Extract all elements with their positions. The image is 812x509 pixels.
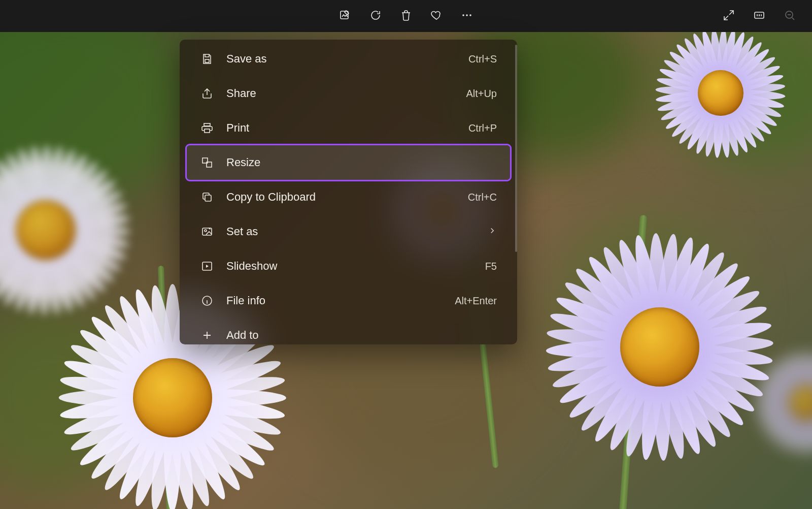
edit-image-icon bbox=[339, 9, 351, 23]
set-as-icon bbox=[200, 225, 214, 239]
menu-item-label: Save as bbox=[226, 52, 267, 66]
menu-item-save-as[interactable]: Save as Ctrl+S bbox=[187, 42, 510, 76]
slideshow-icon bbox=[200, 259, 214, 273]
heart-icon bbox=[430, 9, 443, 23]
more-button[interactable] bbox=[459, 8, 475, 24]
menu-item-set-as[interactable]: Set as bbox=[187, 214, 510, 249]
menu-item-label: Slideshow bbox=[226, 260, 277, 273]
edit-image-button[interactable] bbox=[337, 8, 353, 24]
menu-item-share[interactable]: Share Alt+Up bbox=[187, 76, 510, 111]
rotate-icon bbox=[369, 9, 382, 23]
menu-item-print[interactable]: Print Ctrl+P bbox=[187, 111, 510, 145]
menu-item-file-info[interactable]: File info Alt+Enter bbox=[187, 283, 510, 318]
menu-item-shortcut: Alt+Up bbox=[466, 88, 497, 100]
save-icon bbox=[200, 52, 214, 66]
actual-size-button[interactable] bbox=[751, 8, 767, 24]
menu-item-label: Add to bbox=[226, 329, 259, 342]
menu-item-label: Print bbox=[226, 121, 249, 135]
menu-item-slideshow[interactable]: Slideshow F5 bbox=[187, 249, 510, 283]
menu-item-shortcut: Alt+Enter bbox=[455, 295, 497, 307]
resize-icon bbox=[200, 155, 214, 170]
menu-item-resize[interactable]: Resize bbox=[187, 145, 510, 180]
svg-rect-8 bbox=[205, 129, 210, 133]
menu-item-label: File info bbox=[226, 294, 265, 307]
print-icon bbox=[200, 121, 214, 135]
svg-point-1 bbox=[462, 14, 464, 16]
svg-rect-11 bbox=[205, 195, 211, 201]
toolbar bbox=[0, 0, 812, 32]
trash-icon bbox=[400, 9, 412, 23]
svg-point-13 bbox=[205, 230, 207, 232]
more-icon bbox=[461, 9, 473, 23]
info-icon bbox=[200, 294, 214, 308]
plus-icon bbox=[200, 328, 214, 342]
menu-item-shortcut: Ctrl+C bbox=[468, 192, 497, 203]
fullscreen-icon bbox=[723, 9, 735, 23]
rotate-button[interactable] bbox=[367, 8, 384, 24]
menu-item-shortcut: F5 bbox=[485, 261, 497, 272]
menu-item-label: Resize bbox=[226, 156, 260, 169]
chevron-right-icon bbox=[488, 226, 497, 238]
menu-item-label: Set as bbox=[226, 225, 258, 238]
toolbar-right bbox=[721, 8, 798, 24]
delete-button[interactable] bbox=[398, 8, 414, 24]
svg-point-2 bbox=[466, 14, 468, 16]
share-icon bbox=[200, 86, 214, 101]
context-menu: Save as Ctrl+S Share Alt+Up Print Ctrl+P… bbox=[180, 40, 517, 344]
actual-size-icon bbox=[753, 9, 765, 23]
favorite-button[interactable] bbox=[428, 8, 445, 24]
menu-item-copy[interactable]: Copy to Clipboard Ctrl+C bbox=[187, 180, 510, 214]
menu-item-label: Copy to Clipboard bbox=[226, 190, 316, 204]
copy-icon bbox=[200, 190, 214, 204]
menu-item-label: Share bbox=[226, 87, 256, 100]
zoom-out-button[interactable] bbox=[782, 8, 798, 24]
svg-rect-6 bbox=[205, 59, 209, 62]
menu-item-add-to[interactable]: Add to bbox=[187, 318, 510, 344]
svg-rect-7 bbox=[204, 123, 210, 126]
menu-item-shortcut: Ctrl+S bbox=[468, 53, 497, 65]
toolbar-center bbox=[337, 8, 475, 24]
fullscreen-button[interactable] bbox=[721, 8, 737, 24]
svg-point-3 bbox=[469, 14, 471, 16]
zoom-out-icon bbox=[784, 9, 796, 23]
context-menu-list: Save as Ctrl+S Share Alt+Up Print Ctrl+P… bbox=[180, 40, 517, 344]
menu-item-shortcut: Ctrl+P bbox=[468, 122, 497, 134]
